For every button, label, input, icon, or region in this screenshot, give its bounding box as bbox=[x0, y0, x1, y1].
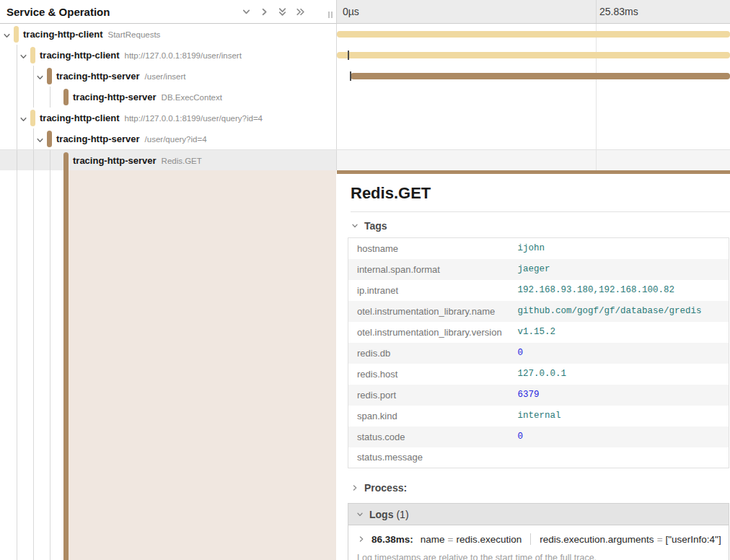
tag-value: github.com/gogf/gf/database/gredis bbox=[518, 301, 729, 322]
span-row[interactable]: tracing-http-server /user/insert bbox=[0, 66, 730, 87]
process-accordion-header[interactable]: Process: bbox=[351, 482, 730, 494]
span-operation: /user/query?id=4 bbox=[145, 135, 207, 144]
span-row[interactable]: tracing-http-client http://127.0.0.1:819… bbox=[0, 45, 730, 66]
span-operation: /user/insert bbox=[145, 72, 186, 81]
double-chevron-right-icon[interactable] bbox=[295, 6, 306, 17]
span-row[interactable]: tracing-http-server /user/query?id=4 bbox=[0, 128, 730, 149]
tags-label: Tags bbox=[364, 220, 387, 232]
panel-resizer-grip[interactable] bbox=[328, 12, 333, 18]
tag-value: jaeger bbox=[518, 259, 729, 280]
tag-key: ip.intranet bbox=[348, 280, 518, 301]
log-marker bbox=[348, 51, 349, 60]
chevron-down-icon bbox=[351, 222, 359, 230]
collapse-span-icon[interactable] bbox=[2, 30, 12, 43]
span-row[interactable]: tracing-http-client http://127.0.0.1:819… bbox=[0, 108, 730, 128]
span-detail-section: Redis.GET Tags hostnameijohn internal.sp… bbox=[0, 170, 730, 560]
span-detail-panel: Redis.GET Tags hostnameijohn internal.sp… bbox=[337, 170, 730, 560]
tag-row: internal.span.formatjaeger bbox=[348, 259, 729, 280]
tag-key: hostname bbox=[348, 238, 518, 259]
tag-value: 192.168.93.180,192.168.100.82 bbox=[518, 280, 729, 301]
tag-value: internal bbox=[518, 406, 729, 426]
tag-row: redis.host127.0.0.1 bbox=[348, 364, 729, 385]
tag-key: redis.db bbox=[348, 343, 518, 364]
log-marker bbox=[350, 71, 351, 81]
tag-key: status.message bbox=[348, 447, 518, 468]
span-color-bar bbox=[63, 89, 69, 105]
chevron-down-icon[interactable] bbox=[241, 6, 252, 17]
span-operation: DB.ExecContext bbox=[162, 93, 222, 102]
timeline-ruler[interactable]: 0µs 25.83ms bbox=[337, 0, 730, 24]
collapse-span-icon[interactable] bbox=[19, 51, 28, 64]
logs-accordion-header[interactable]: Logs (1) bbox=[348, 504, 729, 525]
collapse-span-icon[interactable] bbox=[19, 114, 28, 127]
span-detail-title: Redis.GET bbox=[351, 184, 730, 203]
timeline-header-row: Service & Operation 0µs 25.83ms bbox=[0, 0, 730, 24]
tag-value: 6379 bbox=[518, 385, 729, 406]
timeline-section: Service & Operation 0µs 25.83ms bbox=[0, 0, 730, 170]
tag-row: redis.port6379 bbox=[348, 385, 729, 406]
span-row[interactable]: tracing-http-server DB.ExecContext bbox=[0, 87, 730, 108]
span-operation: Redis.GET bbox=[162, 157, 202, 165]
logs-section: Logs (1) 86.38ms: name=redis.execution r… bbox=[348, 503, 729, 560]
log-field: redis.execution.arguments=["userInfo:4"] bbox=[540, 534, 721, 545]
span-service: tracing-http-server bbox=[56, 134, 140, 144]
span-row[interactable]: tracing-http-client StartRequests bbox=[0, 24, 730, 45]
span-color-bar bbox=[47, 68, 52, 84]
log-timestamp: 86.38ms: bbox=[371, 534, 413, 545]
tag-key: redis.host bbox=[348, 364, 518, 385]
ruler-gridline bbox=[596, 0, 597, 23]
collapse-span-icon[interactable] bbox=[35, 135, 45, 148]
tag-value: 0 bbox=[518, 343, 729, 364]
tag-row: hostnameijohn bbox=[348, 238, 729, 259]
chevron-down-icon bbox=[356, 510, 364, 519]
tag-key: otel.instrumentation_library.version bbox=[348, 322, 518, 343]
tick-label-start: 0µs bbox=[343, 6, 359, 17]
span-color-bar bbox=[47, 131, 52, 147]
selected-span-tint-fill bbox=[69, 170, 336, 560]
span-service: tracing-http-server bbox=[73, 155, 157, 166]
span-operation: StartRequests bbox=[108, 30, 161, 39]
span-color-bar bbox=[30, 110, 35, 126]
log-field: name=redis.execution bbox=[421, 534, 522, 545]
tag-row: span.kindinternal bbox=[348, 406, 729, 426]
tag-value bbox=[518, 447, 729, 468]
tags-table: hostnameijohn internal.span.formatjaeger… bbox=[348, 237, 729, 468]
title-divider bbox=[351, 211, 730, 212]
service-operation-title: Service & Operation bbox=[0, 6, 110, 18]
tag-value: 127.0.0.1 bbox=[518, 364, 729, 385]
tag-row: status.message bbox=[348, 447, 729, 468]
span-operation: http://127.0.0.1:8199/user/insert bbox=[125, 51, 242, 60]
span-service: tracing-http-server bbox=[56, 71, 140, 82]
span-detail-accent-bar bbox=[337, 170, 730, 174]
collapse-span-icon[interactable] bbox=[35, 72, 45, 85]
tag-row: ip.intranet192.168.93.180,192.168.100.82 bbox=[348, 280, 729, 301]
chevron-right-icon[interactable] bbox=[259, 6, 270, 17]
span-row-selected[interactable]: tracing-http-server Redis.GET bbox=[0, 149, 730, 170]
span-color-bar bbox=[63, 152, 69, 171]
tick-label-mid: 25.83ms bbox=[599, 6, 638, 17]
tag-row: redis.db0 bbox=[348, 343, 729, 364]
selected-span-color-stripe bbox=[63, 170, 69, 560]
tag-value: ijohn bbox=[518, 238, 729, 259]
tag-row: status.code0 bbox=[348, 426, 729, 447]
double-chevron-down-icon[interactable] bbox=[277, 6, 288, 17]
tags-accordion-header[interactable]: Tags bbox=[351, 220, 730, 232]
tag-key: internal.span.format bbox=[348, 259, 518, 280]
span-service: tracing-http-client bbox=[40, 113, 120, 123]
span-color-bar bbox=[14, 26, 19, 43]
span-duration-bar[interactable] bbox=[337, 31, 730, 38]
service-operation-header: Service & Operation bbox=[0, 0, 337, 24]
tag-key: span.kind bbox=[348, 406, 518, 426]
chevron-right-icon bbox=[351, 484, 359, 492]
span-duration-bar[interactable] bbox=[337, 52, 730, 58]
logs-footnote: Log timestamps are relative to the start… bbox=[348, 551, 729, 560]
tag-row: otel.instrumentation_library.namegithub.… bbox=[348, 301, 729, 322]
span-service: tracing-http-client bbox=[40, 50, 120, 61]
tag-row: otel.instrumentation_library.versionv1.1… bbox=[348, 322, 729, 343]
log-entry-row[interactable]: 86.38ms: name=redis.execution redis.exec… bbox=[348, 525, 729, 551]
tag-value: v1.15.2 bbox=[518, 322, 729, 343]
span-duration-bar[interactable] bbox=[351, 73, 730, 79]
logs-label: Logs bbox=[369, 509, 393, 520]
process-label: Process: bbox=[364, 482, 407, 494]
expand-collapse-toolbar bbox=[241, 0, 306, 24]
